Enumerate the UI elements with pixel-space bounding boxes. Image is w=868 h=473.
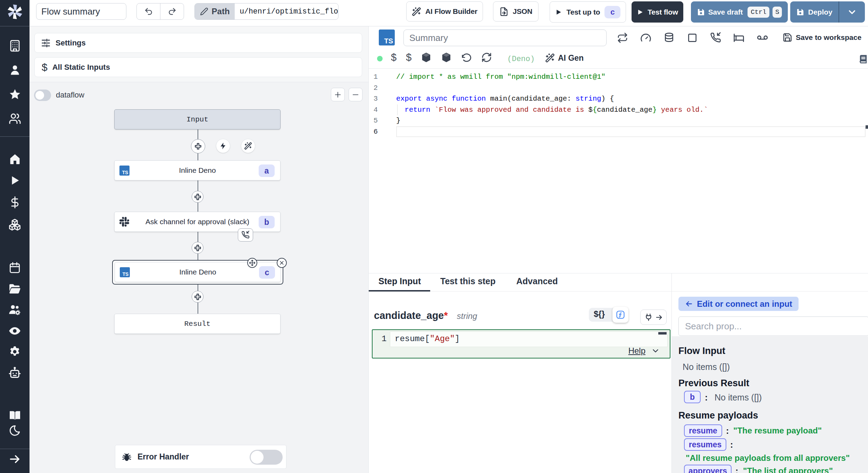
svg-text:TS: TS <box>123 271 129 277</box>
svg-text:TS: TS <box>122 169 128 175</box>
svg-text:TS: TS <box>384 37 393 45</box>
